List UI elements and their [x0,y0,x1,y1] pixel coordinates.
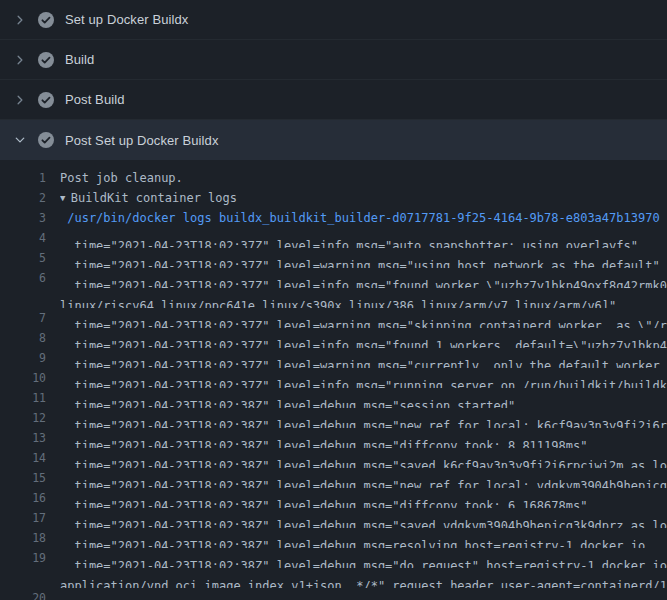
section-post-build[interactable]: Post Build [0,80,667,120]
log-line: 19 time="2021-04-23T18:02:38Z" level=deb… [0,548,667,568]
log-text: time="2021-04-23T18:02:37Z" level=info m… [60,228,638,248]
log-line-number[interactable]: 6 [0,268,60,288]
chevron-right-icon [13,53,27,67]
check-circle-icon [38,132,54,148]
log-line: 3 /usr/bin/docker logs buildx_buildkit_b… [0,208,667,228]
log-line: 10 time="2021-04-23T18:02:37Z" level=inf… [0,368,667,388]
workflow-log-viewer: Set up Docker Buildx Build Post Build Po… [0,0,667,600]
log-line: 20 time="2021-04-23T18:02:38Z" level=deb… [0,588,667,600]
section-build[interactable]: Build [0,40,667,80]
log-line-number[interactable]: 20 [0,588,60,600]
log-line: 1Post job cleanup. [0,168,667,188]
log-line-number[interactable]: 1 [0,168,60,188]
log-text: time="2021-04-23T18:02:37Z" level=info m… [60,268,667,288]
log-line-number[interactable]: 17 [0,508,60,528]
log-text: time="2021-04-23T18:02:38Z" level=debug … [60,448,667,468]
log-line: 13 time="2021-04-23T18:02:38Z" level=deb… [0,428,667,448]
log-line-number[interactable]: 4 [0,228,60,248]
log-line-number[interactable]: 8 [0,328,60,348]
log-line: 14 time="2021-04-23T18:02:38Z" level=deb… [0,448,667,468]
log-line-number [0,568,60,588]
log-text: time="2021-04-23T18:02:38Z" level=debug … [60,528,645,548]
log-text: time="2021-04-23T18:02:37Z" level=warnin… [60,348,667,368]
log-text: time="2021-04-23T18:02:38Z" level=debug … [60,388,515,408]
log-group-line: 2▼ BuildKit container logs [0,188,667,208]
log-line: 9 time="2021-04-23T18:02:37Z" level=warn… [0,348,667,368]
log-line-number[interactable]: 14 [0,448,60,468]
log-text[interactable]: ▼ BuildKit container logs [60,188,237,208]
log-line: application/vnd.oci.image.index.v1+json,… [0,568,667,588]
log-text: time="2021-04-23T18:02:38Z" level=debug … [60,588,667,600]
log-lines: 1Post job cleanup.2▼ BuildKit container … [0,160,667,600]
log-text: time="2021-04-23T18:02:38Z" level=debug … [60,548,667,568]
log-line: 7 time="2021-04-23T18:02:37Z" level=warn… [0,308,667,328]
log-text: time="2021-04-23T18:02:38Z" level=debug … [60,508,667,528]
check-circle-icon [38,52,54,68]
log-line: 18 time="2021-04-23T18:02:38Z" level=deb… [0,528,667,548]
log-line-number[interactable]: 3 [0,208,60,228]
log-text: time="2021-04-23T18:02:37Z" level=warnin… [60,308,667,328]
log-line-number[interactable]: 18 [0,528,60,548]
log-line-number[interactable]: 9 [0,348,60,368]
log-line: linux/riscv64 linux/ppc641e linux/s390x … [0,288,667,308]
log-text: time="2021-04-23T18:02:37Z" level=warnin… [60,248,660,268]
log-line-number [0,288,60,308]
log-text: time="2021-04-23T18:02:37Z" level=info m… [60,368,667,388]
log-text: linux/riscv64 linux/ppc641e linux/s390x … [60,288,616,308]
chevron-right-icon [13,13,27,27]
check-circle-icon [38,92,54,108]
log-line-number[interactable]: 5 [0,248,60,268]
log-text: time="2021-04-23T18:02:38Z" level=debug … [60,428,587,448]
log-line-number[interactable]: 15 [0,468,60,488]
log-text: application/vnd.oci.image.index.v1+json,… [60,568,667,588]
chevron-down-icon [13,133,27,147]
group-collapse-caret-icon: ▼ [60,188,71,208]
log-command-text: /usr/bin/docker logs buildx_buildkit_bui… [60,208,660,228]
log-text: time="2021-04-23T18:02:38Z" level=debug … [60,468,667,488]
log-line-number[interactable]: 7 [0,308,60,328]
log-text: time="2021-04-23T18:02:38Z" level=debug … [60,488,587,508]
log-text: time="2021-04-23T18:02:37Z" level=info m… [60,328,667,348]
log-line: 8 time="2021-04-23T18:02:37Z" level=info… [0,328,667,348]
section-post-set-up-docker-buildx[interactable]: Post Set up Docker Buildx [0,120,667,160]
log-line: 17 time="2021-04-23T18:02:38Z" level=deb… [0,508,667,528]
log-line: 4 time="2021-04-23T18:02:37Z" level=info… [0,228,667,248]
log-line-number[interactable]: 19 [0,548,60,568]
log-line-number[interactable]: 2 [0,188,60,208]
chevron-right-icon [13,93,27,107]
section-label: Post Set up Docker Buildx [65,133,219,148]
log-line-number[interactable]: 12 [0,408,60,428]
log-line-number[interactable]: 11 [0,388,60,408]
log-text: time="2021-04-23T18:02:38Z" level=debug … [60,408,667,428]
log-line: 16 time="2021-04-23T18:02:38Z" level=deb… [0,488,667,508]
log-text: Post job cleanup. [60,168,183,188]
log-line: 15 time="2021-04-23T18:02:38Z" level=deb… [0,468,667,488]
section-label: Set up Docker Buildx [65,12,188,27]
log-line: 5 time="2021-04-23T18:02:37Z" level=warn… [0,248,667,268]
section-set-up-docker-buildx[interactable]: Set up Docker Buildx [0,0,667,40]
log-line-number[interactable]: 10 [0,368,60,388]
log-line: 12 time="2021-04-23T18:02:38Z" level=deb… [0,408,667,428]
check-circle-icon [38,12,54,28]
section-label: Build [65,52,94,67]
log-line: 11 time="2021-04-23T18:02:38Z" level=deb… [0,388,667,408]
log-line: 6 time="2021-04-23T18:02:37Z" level=info… [0,268,667,288]
section-label: Post Build [65,92,125,107]
log-line-number[interactable]: 13 [0,428,60,448]
log-line-number[interactable]: 16 [0,488,60,508]
